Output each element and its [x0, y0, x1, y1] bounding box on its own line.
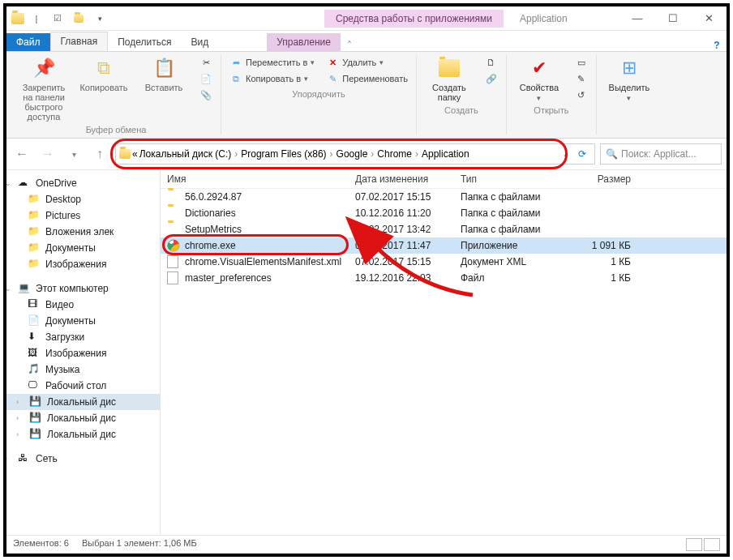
file-row[interactable]: 56.0.2924.8707.02.2017 15:15Папка с файл… [161, 189, 727, 205]
file-row[interactable]: SetupMetrics17.02.2017 13:42Папка с файл… [161, 221, 727, 237]
folder-icon [167, 207, 180, 220]
chrome-icon [167, 239, 180, 252]
search-input[interactable]: 🔍 Поиск: Applicat... [600, 143, 722, 165]
file-date: 07.02.2017 15:15 [355, 191, 461, 203]
chevron-right-icon[interactable]: › [415, 148, 418, 160]
file-row[interactable]: chrome.VisualElementsManifest.xml07.02.2… [161, 254, 727, 270]
tree-onedrive[interactable]: ⌄☁OneDrive [6, 175, 160, 191]
file-row[interactable]: Dictionaries10.12.2016 11:20Папка с файл… [161, 205, 727, 221]
tree-docs2[interactable]: 📄Документы [6, 313, 160, 329]
tree-documents[interactable]: 📁Документы [6, 240, 160, 256]
tree-images[interactable]: 📁Изображения [6, 256, 160, 272]
contextual-tab-header: Средства работы с приложениями [324, 6, 504, 30]
crumb-0[interactable]: Локальный диск (C:) [139, 148, 232, 160]
easy-access-button[interactable]: 🔗 [483, 71, 499, 86]
qat-props-icon[interactable]: ☑ [49, 10, 66, 28]
crumb-4[interactable]: Application [422, 148, 469, 160]
tree-downloads[interactable]: ⬇Загрузки [6, 329, 160, 345]
column-headers[interactable]: Имя Дата изменения Тип Размер [161, 170, 727, 189]
tree-network[interactable]: ›🖧Сеть [6, 451, 160, 467]
easyaccess-icon: 🔗 [485, 72, 498, 85]
file-size: 1 КБ [582, 272, 647, 284]
edit-icon: ✎ [575, 72, 588, 85]
tree-desktop2[interactable]: 🖵Рабочий стол [6, 378, 160, 394]
tree-pictures[interactable]: 📁Pictures [6, 207, 160, 224]
properties-label: Свойства [520, 83, 559, 92]
view-large-icon[interactable] [704, 538, 720, 551]
tab-share[interactable]: Поделиться [108, 33, 181, 51]
tree-localdisk-selected[interactable]: ›💾Локальный дис [6, 394, 160, 410]
group-new-label: Создать [444, 105, 478, 115]
qat-customize-icon[interactable]: ▾ [91, 10, 109, 28]
chevron-right-icon[interactable]: › [330, 148, 333, 160]
breadcrumb-overflow[interactable]: « [132, 148, 138, 160]
edit-button[interactable]: ✎ [573, 71, 589, 86]
back-button[interactable]: ← [11, 143, 32, 165]
tree-music[interactable]: 🎵Музыка [6, 361, 160, 378]
col-size[interactable]: Размер [582, 173, 647, 185]
newitem-icon: 🗋 [485, 56, 498, 69]
properties-button[interactable]: ✔ Свойства [513, 55, 565, 102]
nav-tree[interactable]: ⌄☁OneDrive 📁Desktop 📁Pictures 📁Вложения … [6, 170, 161, 535]
crumb-1[interactable]: Program Files (x86) [241, 148, 326, 160]
view-details-icon[interactable] [686, 538, 702, 551]
maximize-button[interactable]: ☐ [655, 7, 691, 30]
video-icon: 🎞 [28, 298, 41, 311]
tab-view[interactable]: Вид [181, 33, 218, 51]
copy-path-button[interactable]: 📄 [198, 71, 214, 86]
recent-button[interactable]: ▾ [63, 143, 84, 165]
history-button[interactable]: ↺ [573, 88, 589, 102]
tree-thispc[interactable]: ⌄💻Этот компьютер [6, 280, 160, 297]
delete-button[interactable]: ✕Удалить [324, 55, 409, 70]
open-button[interactable]: ▭ [573, 55, 589, 70]
col-date[interactable]: Дата изменения [355, 173, 461, 185]
qat-newfolder-icon[interactable] [70, 10, 88, 28]
select-button[interactable]: ⊞ Выделить [603, 55, 655, 102]
file-row[interactable]: master_preferences19.12.2016 22:03Файл1 … [161, 270, 727, 286]
tab-file[interactable]: Файл [6, 33, 50, 51]
chevron-right-icon[interactable]: › [234, 148, 238, 160]
new-item-button[interactable]: 🗋 [483, 55, 499, 70]
file-row[interactable]: chrome.exe01.02.2017 11:47Приложение1 09… [161, 237, 727, 254]
forward-button[interactable]: → [37, 143, 58, 165]
tab-home[interactable]: Главная [50, 32, 109, 51]
tree-attachments[interactable]: 📁Вложения элек [6, 224, 160, 240]
file-name: SetupMetrics [185, 224, 242, 235]
up-button[interactable]: ↑ [89, 143, 110, 165]
cut-button[interactable]: ✂ [198, 55, 214, 70]
tree-video[interactable]: 🎞Видео [6, 297, 160, 313]
refresh-button[interactable]: ⟳ [573, 148, 591, 160]
pin-quickaccess-button[interactable]: 📌 Закрепить на панели быстрого доступа [18, 55, 70, 122]
new-folder-button[interactable]: Создать папку [423, 55, 475, 102]
paste-shortcut-button[interactable]: 📎 [198, 88, 214, 102]
col-type[interactable]: Тип [461, 173, 582, 185]
ribbon-collapse-icon[interactable]: ˄ [341, 40, 358, 51]
col-name[interactable]: Имя [161, 173, 355, 185]
help-icon[interactable]: ? [707, 40, 727, 51]
copy-to-button[interactable]: ⧉Копировать в [228, 71, 316, 86]
file-date: 10.12.2016 11:20 [355, 207, 461, 219]
close-button[interactable]: ✕ [691, 7, 727, 30]
file-name: 56.0.2924.87 [185, 191, 242, 203]
crumb-2[interactable]: Google [336, 148, 368, 160]
move-to-button[interactable]: ➦Переместить в [228, 55, 316, 70]
tab-manage[interactable]: Управление [267, 33, 341, 51]
address-bar[interactable]: « Локальный диск (C:)› Program Files (x8… [115, 143, 595, 165]
addr-dropdown-icon[interactable]: ⌄ [562, 148, 570, 160]
tree-images2[interactable]: 🖼Изображения [6, 345, 160, 361]
folder-icon: 📁 [28, 258, 41, 271]
paste-button[interactable]: 📋 Вставить [138, 55, 190, 92]
image-icon: 🖼 [28, 347, 41, 360]
file-icon [167, 255, 180, 268]
chevron-right-icon[interactable]: › [371, 148, 374, 160]
titlebar: | ☑ ▾ Средства работы с приложениями App… [6, 6, 727, 31]
copy-button[interactable]: ⧉ Копировать [78, 55, 130, 92]
rename-button[interactable]: ✎Переименовать [324, 71, 409, 86]
crumb-3[interactable]: Chrome [377, 148, 412, 160]
tree-desktop[interactable]: 📁Desktop [6, 191, 160, 207]
tree-localdisk2[interactable]: ›💾Локальный дис [6, 410, 160, 426]
tree-localdisk3[interactable]: ›💾Локальный дис [6, 426, 160, 442]
minimize-button[interactable]: — [619, 7, 655, 30]
context-title: Средства работы с приложениями [324, 10, 504, 28]
move-label: Переместить в [246, 58, 307, 67]
